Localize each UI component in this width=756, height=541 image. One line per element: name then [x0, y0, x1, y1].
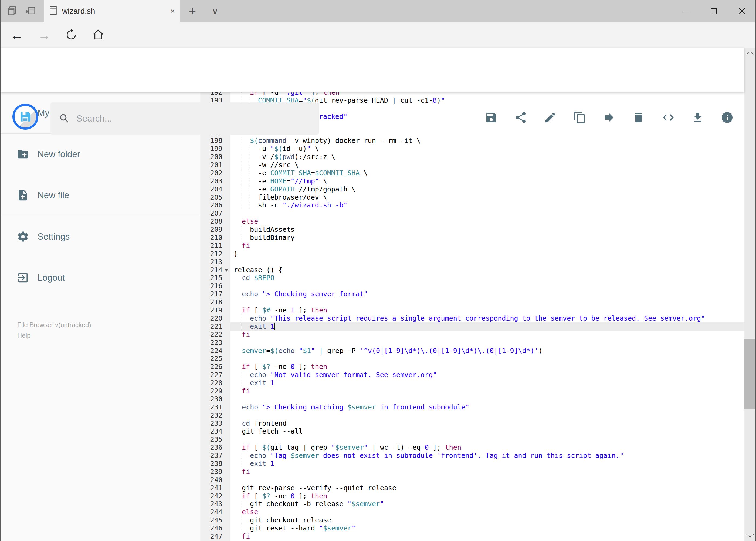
code-line[interactable]: 213: [200, 258, 744, 266]
code-text: if [ $(git tag | grep "$semver" | wc -l)…: [230, 443, 744, 452]
filebrowser-logo[interactable]: [12, 104, 38, 130]
line-number: 211: [200, 242, 230, 250]
code-line[interactable]: 242 if [ $? -ne 0 ]; then: [200, 492, 744, 500]
move-button[interactable]: [602, 110, 617, 125]
code-line[interactable]: 229 fi: [200, 387, 744, 395]
home-button[interactable]: [90, 22, 106, 48]
code-line[interactable]: 240: [200, 476, 744, 484]
code-line[interactable]: 243 git checkout -b release "$semver": [200, 500, 744, 508]
info-button[interactable]: [720, 110, 735, 125]
sidebar-item-label: New file: [38, 190, 69, 201]
code-line[interactable]: 247 fi: [200, 532, 744, 540]
tab-preview-icon[interactable]: [6, 5, 18, 17]
new-tab-button[interactable]: +: [183, 0, 202, 22]
code-line[interactable]: 238 exit 1: [200, 460, 744, 468]
code-line[interactable]: 202 -e COMMIT_SHA=$COMMIT_SHA \: [200, 169, 744, 177]
scroll-down-arrow[interactable]: [744, 530, 756, 541]
sidebar-item-settings[interactable]: Settings: [1, 216, 200, 257]
code-text: echo "> Checking matching $semver in fro…: [230, 403, 744, 411]
browser-tab[interactable]: wizard.sh ×: [44, 0, 180, 22]
download-button[interactable]: [690, 110, 705, 125]
sidebar-item-logout[interactable]: Logout: [1, 257, 200, 298]
window-minimize-button[interactable]: [672, 0, 700, 22]
raw-code-button[interactable]: [661, 110, 676, 125]
code-line[interactable]: 234 git fetch --all: [200, 427, 744, 435]
code-line[interactable]: 237 echo "Tag $semver does not exist in …: [200, 452, 744, 460]
code-line[interactable]: 220 echo "This release script requires a…: [200, 314, 744, 322]
save-button[interactable]: [484, 110, 499, 125]
code-line[interactable]: 236 if [ $(git tag | grep "$semver" | wc…: [200, 443, 744, 452]
code-line[interactable]: 216: [200, 282, 744, 290]
back-button[interactable]: ←: [9, 22, 25, 48]
code-line[interactable]: 226 if [ $? -ne 0 ]; then: [200, 363, 744, 371]
code-line[interactable]: 233 cd frontend: [200, 419, 744, 427]
tab-close-icon[interactable]: ×: [170, 7, 175, 15]
scrollbar-thumb[interactable]: [744, 339, 756, 409]
code-text: else: [230, 508, 744, 516]
code-line[interactable]: 223: [200, 339, 744, 347]
code-text: [230, 476, 744, 484]
code-line[interactable]: 203 -e HOME="//tmp" \: [200, 177, 744, 185]
code-line[interactable]: 208 else: [200, 218, 744, 226]
code-line[interactable]: 205 filebrowser/dev \: [200, 194, 744, 202]
forward-button[interactable]: →: [36, 22, 52, 48]
code-line[interactable]: 227 echo "Not valid semver format. See s…: [200, 371, 744, 379]
delete-button[interactable]: [631, 110, 646, 125]
code-text: fi: [230, 532, 744, 540]
vertical-scrollbar[interactable]: [744, 48, 756, 541]
code-line[interactable]: 231 echo "> Checking matching $semver in…: [200, 403, 744, 411]
code-line[interactable]: 228 exit 1: [200, 379, 744, 387]
code-line[interactable]: 206 sh -c "./wizard.sh -b": [200, 201, 744, 209]
code-line[interactable]: 225: [200, 355, 744, 363]
code-line[interactable]: 245 git checkout release: [200, 516, 744, 524]
set-tabs-aside-icon[interactable]: [25, 5, 36, 17]
code-line[interactable]: 224 semver=$(echo "$1" | grep -P '^v(0|[…: [200, 347, 744, 355]
code-text: echo "> Checking semver format": [230, 290, 744, 298]
code-line[interactable]: 214release () {: [200, 266, 744, 274]
code-line[interactable]: 215 cd $REPO: [200, 274, 744, 282]
code-line[interactable]: 210 buildBinary: [200, 234, 744, 242]
code-text: exit 1: [230, 460, 744, 468]
code-line[interactable]: 239 fi: [200, 468, 744, 476]
refresh-button[interactable]: [63, 22, 79, 48]
code-line[interactable]: 244 else: [200, 508, 744, 516]
code-line[interactable]: 204 -e GOPATH=//tmp/gopath \: [200, 185, 744, 194]
code-line[interactable]: 219 if [ $# -ne 1 ]; then: [200, 306, 744, 314]
line-number: 207: [200, 209, 230, 218]
code-line[interactable]: 246 git reset --hard "$semver": [200, 524, 744, 532]
code-line[interactable]: 222 fi: [200, 330, 744, 339]
share-file-button[interactable]: [513, 110, 528, 125]
code-text: fi: [230, 242, 744, 250]
code-line[interactable]: 241 git rev-parse --verify --quiet relea…: [200, 484, 744, 492]
code-line[interactable]: 212}: [200, 250, 744, 258]
scroll-up-arrow[interactable]: [744, 48, 756, 58]
code-line[interactable]: 207: [200, 209, 744, 218]
sidebar-item-new-file[interactable]: New file: [1, 175, 200, 216]
edit-button[interactable]: [543, 110, 558, 125]
code-line[interactable]: 221 exit 1: [200, 322, 744, 330]
code-line[interactable]: 200 -v /$(pwd):/src:z \: [200, 153, 744, 161]
code-line[interactable]: 230: [200, 395, 744, 403]
line-number: 220: [200, 314, 230, 322]
code-line[interactable]: 201 -w //src \: [200, 161, 744, 169]
sidebar-item-new-folder[interactable]: New folder: [1, 134, 200, 175]
window-maximize-button[interactable]: [700, 0, 728, 22]
code-text: cd frontend: [230, 419, 744, 427]
code-line[interactable]: 218: [200, 298, 744, 306]
code-line[interactable]: 232: [200, 411, 744, 419]
code-line[interactable]: 217 echo "> Checking semver format": [200, 290, 744, 298]
window-close-button[interactable]: [728, 0, 756, 22]
tab-list-dropdown[interactable]: ∨: [206, 0, 225, 22]
code-editor[interactable]: 192 if [ -d ".git" ]; then193 COMMIT_SHA…: [200, 92, 744, 541]
code-line[interactable]: 235: [200, 435, 744, 443]
search-input[interactable]: Search...: [51, 102, 319, 135]
line-number: 247: [200, 532, 230, 540]
new-folder-icon: [17, 148, 29, 161]
fold-widget-icon[interactable]: [225, 269, 228, 272]
line-number: 230: [200, 395, 230, 403]
code-line[interactable]: 199 -u "$(id -u)" \: [200, 145, 744, 153]
code-line[interactable]: 211 fi: [200, 242, 744, 250]
code-line[interactable]: 209 buildAssets: [200, 226, 744, 234]
help-link[interactable]: Help: [17, 330, 91, 340]
copy-button[interactable]: [572, 110, 587, 125]
